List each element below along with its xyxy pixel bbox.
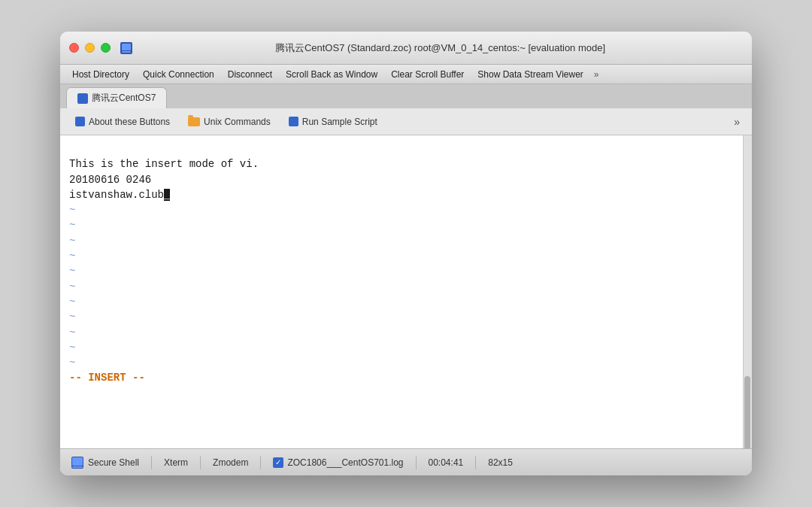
svg-rect-1: [122, 44, 131, 50]
close-button[interactable]: [69, 43, 79, 53]
terminal-line-2: istvanshaw.club_: [69, 189, 170, 201]
button-bar: About these Buttons Unix Commands Run Sa…: [60, 108, 752, 135]
terminal-label: Xterm: [164, 457, 188, 468]
terminal-tilde-5: ~: [69, 265, 75, 277]
terminal-tilde-8: ~: [69, 311, 75, 323]
time-label: 00:04:41: [429, 457, 464, 468]
sep-3: [260, 456, 261, 469]
terminal-line-0: This is the insert mode of vi.: [69, 158, 259, 170]
tab-label: 腾讯云CentOS7: [92, 92, 156, 105]
btn-about-buttons[interactable]: About these Buttons: [68, 114, 177, 129]
shell-icon: [71, 456, 84, 469]
menu-more[interactable]: »: [591, 68, 602, 81]
menu-bar: Host Directory Quick Connection Disconne…: [60, 65, 752, 84]
folder-icon: [188, 117, 200, 126]
menu-show-data-stream[interactable]: Show Data Stream Viewer: [471, 68, 589, 81]
script-icon: [289, 117, 298, 126]
terminal-container: This is the insert mode of vi. 20180616 …: [60, 135, 752, 448]
sep-1: [151, 456, 152, 469]
sep-5: [475, 456, 476, 469]
protocol-label: Secure Shell: [88, 457, 139, 468]
log-checkbox[interactable]: ✓: [273, 457, 283, 468]
app-icon: [120, 41, 133, 55]
traffic-lights: [69, 43, 111, 53]
svg-rect-5: [72, 466, 83, 468]
button-bar-more[interactable]: »: [729, 114, 744, 129]
status-dimensions: 82x15: [488, 457, 513, 468]
title-bar: 腾讯云CentOS7 (Standard.zoc) root@VM_0_14_c…: [60, 32, 752, 65]
terminal-tilde-10: ~: [69, 342, 75, 354]
svg-rect-2: [122, 51, 131, 53]
window-title: 腾讯云CentOS7 (Standard.zoc) root@VM_0_14_c…: [138, 41, 743, 55]
dimensions-label: 82x15: [488, 457, 513, 468]
tab-icon: [77, 93, 88, 104]
menu-scroll-back[interactable]: Scroll Back as Window: [280, 68, 383, 81]
scrollbar-thumb[interactable]: [744, 376, 750, 448]
menu-quick-connection[interactable]: Quick Connection: [137, 68, 220, 81]
menu-disconnect[interactable]: Disconnect: [222, 68, 278, 81]
terminal-tilde-2: ~: [69, 219, 75, 231]
unix-label: Unix Commands: [204, 117, 271, 127]
sep-4: [416, 456, 417, 469]
status-protocol: Secure Shell: [71, 456, 139, 469]
tab-bar: 腾讯云CentOS7: [60, 84, 752, 108]
terminal-tilde-11: ~: [69, 357, 75, 369]
status-terminal: Xterm: [164, 457, 188, 468]
maximize-button[interactable]: [101, 43, 111, 53]
transfer-label: Zmodem: [213, 457, 248, 468]
terminal-insert: -- INSERT --: [69, 372, 145, 384]
status-time: 00:04:41: [429, 457, 464, 468]
terminal-tilde-3: ~: [69, 235, 75, 247]
sep-2: [200, 456, 201, 469]
status-bar: Secure Shell Xterm Zmodem ✓ ZOC1806___Ce…: [60, 448, 752, 475]
menu-clear-scroll[interactable]: Clear Scroll Buffer: [385, 68, 470, 81]
minimize-button[interactable]: [85, 43, 95, 53]
tab-centos7[interactable]: 腾讯云CentOS7: [66, 87, 167, 108]
btn-run-sample[interactable]: Run Sample Script: [281, 114, 385, 129]
terminal-tilde-6: ~: [69, 281, 75, 293]
terminal[interactable]: This is the insert mode of vi. 20180616 …: [60, 135, 743, 448]
status-log: ✓ ZOC1806___CentOS701.log: [273, 457, 403, 468]
status-transfer: Zmodem: [213, 457, 248, 468]
svg-rect-4: [72, 457, 83, 466]
terminal-line-1: 20180616 0246: [69, 174, 151, 186]
menu-host-directory[interactable]: Host Directory: [66, 68, 135, 81]
terminal-tilde-1: ~: [69, 204, 75, 216]
scrollbar[interactable]: [743, 135, 752, 448]
terminal-tilde-4: ~: [69, 250, 75, 262]
about-icon: [75, 117, 85, 126]
log-file-label: ZOC1806___CentOS701.log: [287, 457, 403, 468]
terminal-tilde-9: ~: [69, 326, 75, 339]
terminal-tilde-7: ~: [69, 296, 75, 308]
main-window: 腾讯云CentOS7 (Standard.zoc) root@VM_0_14_c…: [60, 32, 752, 475]
cursor: _: [164, 189, 170, 201]
about-label: About these Buttons: [89, 117, 170, 127]
sample-label: Run Sample Script: [302, 117, 377, 127]
btn-unix-commands[interactable]: Unix Commands: [180, 114, 278, 129]
